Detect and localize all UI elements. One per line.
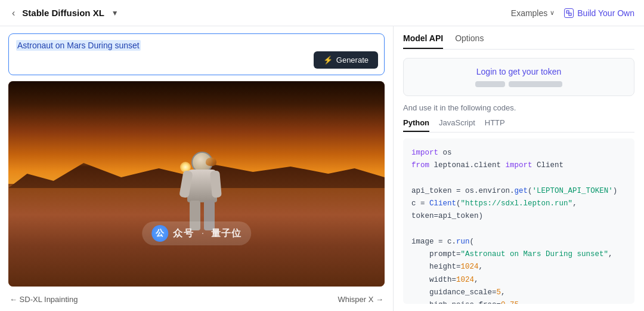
login-section: Login to get your token (403, 58, 634, 96)
code-tab-http[interactable]: HTTP (485, 118, 505, 132)
astro-right-leg (204, 201, 215, 230)
tab-options[interactable]: Options (455, 33, 484, 49)
title-dropdown-button[interactable]: ▼ (109, 8, 121, 19)
build-icon (564, 8, 574, 18)
astro-visor (206, 158, 216, 166)
back-button[interactable]: ‹ (10, 5, 17, 21)
top-nav: ‹ Stable Diffusion XL ▼ Examples ∨ Build… (0, 0, 644, 26)
nav-right: Examples ∨ Build Your Own (511, 8, 634, 18)
app-title: Stable Diffusion XL (22, 8, 104, 18)
generate-button[interactable]: ⚡ Generate (314, 51, 378, 69)
token-placeholder (475, 81, 562, 87)
astro-legs (190, 201, 215, 230)
nav-left: ‹ Stable Diffusion XL ▼ (10, 5, 121, 21)
image-container: 公 众号 · 量子位 (8, 81, 385, 287)
code-instructions: And use it in the following codes. (403, 103, 634, 112)
tab-model-api[interactable]: Model API (403, 33, 443, 49)
right-panel: Model API Options Login to get your toke… (394, 26, 644, 311)
lightning-icon: ⚡ (323, 56, 333, 64)
svg-rect-1 (569, 13, 571, 16)
left-footer: ← SD-XL Inpainting Whisper X → (8, 292, 385, 304)
astro-right-arm (210, 170, 222, 198)
main-content: Astronaut on Mars During sunset ⚡ Genera… (0, 26, 644, 311)
svg-rect-0 (566, 11, 569, 13)
build-your-own-button[interactable]: Build Your Own (564, 8, 634, 18)
astronaut-figure (181, 152, 223, 229)
code-tab-javascript[interactable]: JavaScript (439, 118, 475, 132)
prompt-text: Astronaut on Mars During sunset (16, 40, 141, 51)
token-block-2 (509, 81, 562, 87)
code-block: import os from leptonai.client import Cl… (403, 138, 634, 304)
api-tabs: Model API Options (403, 33, 634, 50)
code-tab-python[interactable]: Python (403, 118, 429, 132)
token-block-1 (475, 81, 505, 87)
prompt-area: Astronaut on Mars During sunset ⚡ Genera… (8, 33, 385, 75)
examples-button[interactable]: Examples ∨ (511, 8, 555, 18)
astro-left-leg (190, 201, 200, 230)
login-link[interactable]: Login to get your token (476, 67, 561, 76)
mars-image: 公 众号 · 量子位 (8, 81, 385, 287)
left-panel: Astronaut on Mars During sunset ⚡ Genera… (0, 26, 394, 311)
code-tabs: Python JavaScript HTTP (403, 118, 634, 133)
prev-example-button[interactable]: ← SD-XL Inpainting (10, 295, 78, 304)
next-example-button[interactable]: Whisper X → (338, 295, 383, 304)
